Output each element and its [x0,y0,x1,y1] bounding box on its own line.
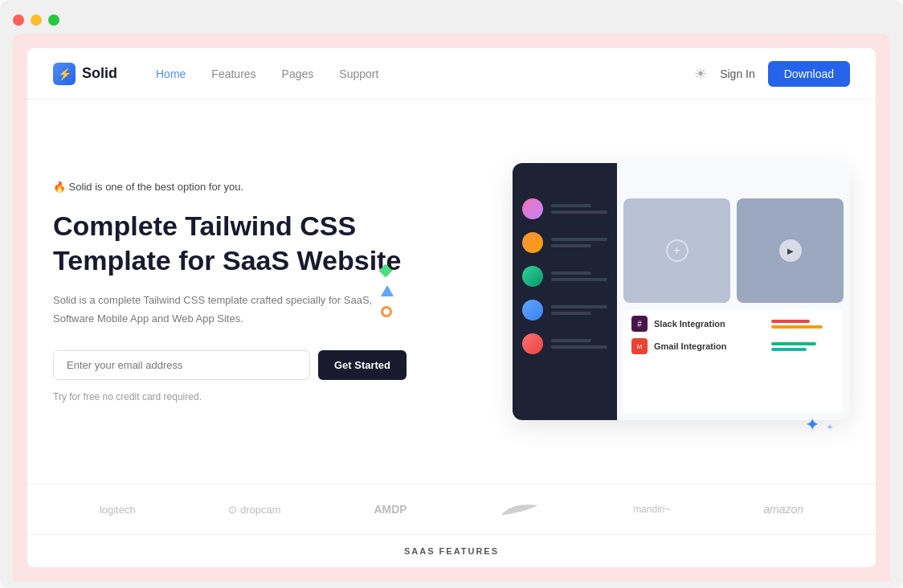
brand-mandiri: mandiri~ [633,504,670,515]
inner-page: ⚡ Solid Home Features Pages Support ☀ Si… [27,48,876,567]
logo-text: Solid [82,65,117,82]
triangle-icon [381,285,394,296]
bar-yellow [771,325,823,329]
navbar: ⚡ Solid Home Features Pages Support ☀ Si… [27,48,876,100]
nav-features[interactable]: Features [211,67,255,80]
chat-line [551,278,607,281]
logo-area: ⚡ Solid [53,63,117,85]
browser-content: ⚡ Solid Home Features Pages Support ☀ Si… [13,34,890,582]
chat-lines-1 [551,204,607,214]
download-button[interactable]: Download [768,61,850,87]
deco-shapes [381,266,394,317]
try-free-text: Try for free no credit card required. [53,391,407,402]
browser-titlebar [13,8,890,34]
browser-chrome: ⚡ Solid Home Features Pages Support ☀ Si… [0,0,903,588]
bar-green [771,342,816,345]
saas-features-label: SAAS FEATURES [27,534,876,567]
gmail-integration-row: M Gmail Integration [631,338,836,354]
chat-line [551,305,607,308]
email-form: Get Started [53,350,407,380]
chat-sidebar [513,163,617,420]
hero-right: + ▶ # Slack Integration [439,100,850,484]
plus-button[interactable]: + [666,239,688,262]
hero-description: Solid is a complete Tailwind CSS templat… [53,292,407,327]
brand-nike [500,500,540,518]
mockup-card: + ▶ # Slack Integration [513,163,850,420]
gmail-icon: M [631,338,648,354]
gmail-label: Gmail Integration [654,341,765,351]
logo-icon: ⚡ [53,63,76,85]
play-button[interactable]: ▶ [779,239,802,262]
hero-badge: 🔥 Solid is one of the best option for yo… [53,181,407,193]
panel-card-2: ▶ [737,198,844,303]
hero-section: 🔥 Solid is one of the best option for yo… [27,100,876,484]
avatar-2 [522,232,543,253]
star-small-icon: ✦ [826,422,834,433]
gmail-bars [771,342,836,351]
nav-support[interactable]: Support [339,67,378,80]
chat-line [551,238,607,241]
diamond-icon [379,264,393,278]
avatar-4 [522,300,543,321]
avatar-5 [522,333,543,354]
slack-bars [771,320,836,329]
chat-line [551,272,591,275]
brand-amazon: amazon [763,503,803,516]
brands-section: logitech ⊙ dropcam AMDP mandiri~ amazon [27,484,876,534]
chat-line [551,210,607,214]
slack-icon: # [631,316,648,332]
nav-links: Home Features Pages Support [156,67,694,80]
panel-card-1: + [623,198,730,303]
nav-right: ☀ Sign In Download [694,61,850,87]
minimize-button[interactable] [31,14,42,26]
get-started-button[interactable]: Get Started [318,350,407,380]
chat-lines-4 [551,305,607,315]
email-input[interactable] [53,350,310,380]
chat-line [551,339,591,342]
maximize-button[interactable] [48,14,59,26]
chat-item-2 [513,226,617,259]
slack-label: Slack Integration [654,319,765,329]
bar-teal [771,348,807,351]
chat-item-5 [513,327,617,361]
brand-amd: AMDP [374,503,407,516]
chat-line [551,244,591,247]
integration-panel: # Slack Integration M Gmail Inte [623,309,844,414]
chat-line [551,345,607,349]
chat-item-4 [513,293,617,327]
hero-title: Complete Tailwind CSS Template for SaaS … [53,209,407,277]
nav-pages[interactable]: Pages [282,67,314,80]
chat-line [551,204,591,207]
circle-icon [381,306,392,317]
hero-title-line1: Complete Tailwind CSS [53,210,356,241]
chat-item-1 [513,192,617,226]
chat-lines-3 [551,272,607,281]
bar-red [771,320,810,323]
theme-toggle-icon[interactable]: ☀ [694,65,707,83]
star-big-icon: ✦ [805,414,819,435]
deco-stars: ✦ ✦ [805,414,834,435]
sign-in-link[interactable]: Sign In [720,67,755,80]
avatar-1 [522,198,543,219]
slack-integration-row: # Slack Integration [631,316,836,332]
brand-dropcam: ⊙ dropcam [228,504,280,516]
close-button[interactable] [13,14,24,26]
avatar-3 [522,266,543,287]
nav-home[interactable]: Home [156,67,186,80]
chat-item-3 [513,259,617,293]
mockup-right-panels: + ▶ # Slack Integration [617,192,850,420]
chat-lines-5 [551,339,607,349]
brand-logitech: logitech [100,504,136,516]
hero-title-line2: Template for SaaS Website [53,245,401,276]
chat-lines-2 [551,238,607,247]
chat-line [551,312,591,315]
